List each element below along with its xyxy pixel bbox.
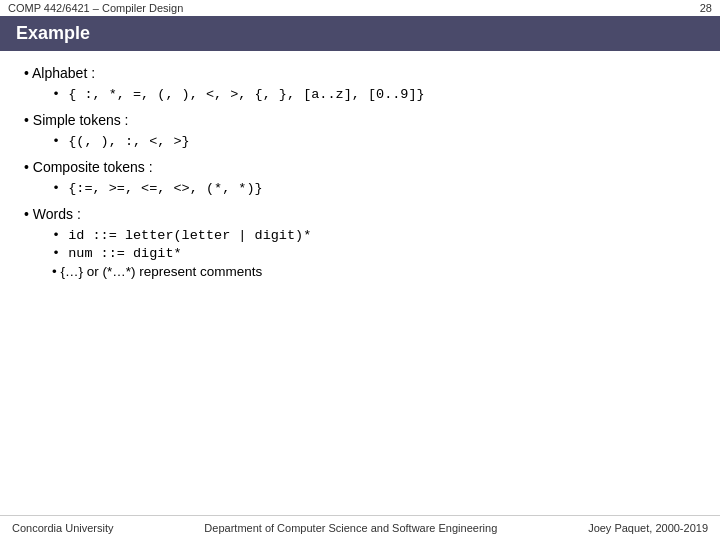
alphabet-label: Alphabet : [32, 65, 95, 81]
top-bar: COMP 442/6421 – Compiler Design 28 [0, 0, 720, 16]
course-title: COMP 442/6421 – Compiler Design [8, 2, 183, 14]
simple-tokens-label: Simple tokens : [33, 112, 129, 128]
simple-tokens-value: {(, ), :, <, >} [68, 134, 190, 149]
composite-tokens-section: • Composite tokens : • {:=, >=, <=, <>, … [24, 159, 696, 196]
alphabet-value: { :, *, =, (, ), <, >, {, }, [a..z], [0.… [68, 87, 424, 102]
composite-tokens-label: Composite tokens : [33, 159, 153, 175]
slide-header: Example [0, 16, 720, 51]
page-number: 28 [700, 2, 712, 14]
content-area: • Alphabet : • { :, *, =, (, ), <, >, {,… [0, 51, 720, 299]
words-label: Words : [33, 206, 81, 222]
composite-tokens-value: {:=, >=, <=, <>, (*, *)} [68, 181, 262, 196]
words-item-1: num ::= digit* [68, 246, 181, 261]
footer-center: Department of Computer Science and Softw… [204, 522, 497, 534]
simple-tokens-section: • Simple tokens : • {(, ), :, <, >} [24, 112, 696, 149]
words-section: • Words : • id ::= letter(letter | digit… [24, 206, 696, 279]
footer-right: Joey Paquet, 2000-2019 [588, 522, 708, 534]
words-item-0: id ::= letter(letter | digit)* [68, 228, 311, 243]
slide-title: Example [16, 23, 90, 43]
footer-left: Concordia University [12, 522, 113, 534]
footer: Concordia University Department of Compu… [0, 515, 720, 540]
alphabet-section: • Alphabet : • { :, *, =, (, ), <, >, {,… [24, 65, 696, 102]
words-item-2: {…} or (*…*) represent comments [60, 264, 262, 279]
